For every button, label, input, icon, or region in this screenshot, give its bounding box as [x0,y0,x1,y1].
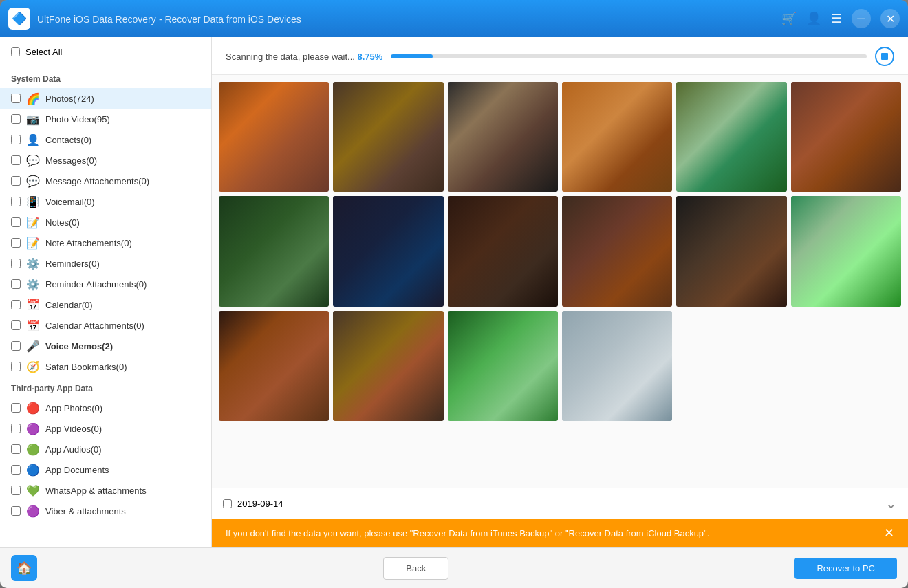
select-all-checkbox[interactable] [11,47,20,56]
reminder-attachments-checkbox[interactable] [11,279,21,289]
photo-item[interactable] [219,311,329,421]
sidebar-item-voicemail[interactable]: 📳 Voicemail(0) [0,191,211,212]
whatsapp-label: WhatsApp & attachments [45,486,200,496]
back-button[interactable]: Back [383,557,448,580]
sidebar-item-calendar[interactable]: 📅 Calendar(0) [0,294,211,315]
main-layout: Select All System Data 🌈 Photos(724) 📷 P… [0,37,908,547]
cart-icon[interactable]: 🛒 [781,11,797,26]
viber-checkbox[interactable] [11,506,21,516]
sidebar-item-message-attachements[interactable]: 💬 Message Attachements(0) [0,171,211,191]
notification-banner: If you don't find the data you want, ple… [212,519,908,547]
photo-item[interactable] [333,196,443,306]
photo-item[interactable] [219,82,329,192]
sidebar-item-notes[interactable]: 📝 Notes(0) [0,212,211,232]
sidebar-item-reminders[interactable]: ⚙️ Reminders(0) [0,253,211,274]
footer: 🏠 Back Recover to PC [0,547,908,588]
message-attachements-checkbox[interactable] [11,176,21,186]
select-all-row[interactable]: Select All [0,37,211,67]
recover-button[interactable]: Recover to PC [794,558,897,579]
app-videos-checkbox[interactable] [11,424,21,433]
voicemail-checkbox[interactable] [11,197,21,206]
app-photos-checkbox[interactable] [11,403,21,413]
photo-item[interactable] [562,82,672,192]
safari-bookmarks-icon: 🧭 [26,360,40,373]
sidebar-item-photos[interactable]: 🌈 Photos(724) [0,88,211,109]
app-documents-checkbox[interactable] [11,465,21,475]
photo-item[interactable] [676,82,786,192]
contacts-checkbox[interactable] [11,135,21,144]
voice-memos-checkbox[interactable] [11,341,21,351]
progress-bar-fill [391,54,433,58]
calendar-attachments-icon: 📅 [26,318,40,332]
whatsapp-checkbox[interactable] [11,486,21,495]
sidebar-item-contacts[interactable]: 👤 Contacts(0) [0,129,211,150]
viber-label: Viber & attachments [45,506,200,516]
sidebar-item-app-videos[interactable]: 🟣 App Videos(0) [0,418,211,439]
note-attachements-label: Note Attachements(0) [45,238,200,248]
message-attachements-icon: 💬 [26,174,40,188]
note-attachements-icon: 📝 [26,236,40,250]
sidebar-item-note-attachements[interactable]: 📝 Note Attachements(0) [0,232,211,253]
scan-status-text: Scanning the data, please wait... 8.75% [226,52,382,62]
photo-video-checkbox[interactable] [11,114,21,124]
scan-stop-button[interactable] [875,47,894,66]
calendar-checkbox[interactable] [11,300,21,309]
reminders-icon: ⚙️ [26,257,40,270]
photo-item[interactable] [448,311,558,421]
sidebar-item-app-audios[interactable]: 🟢 App Audios(0) [0,439,211,459]
user-icon[interactable]: 👤 [806,11,821,26]
voice-memos-label: Voice Memos(2) [45,341,200,351]
menu-icon[interactable]: ☰ [831,11,842,26]
sidebar: Select All System Data 🌈 Photos(724) 📷 P… [0,37,212,547]
photo-item[interactable] [448,82,558,192]
notes-checkbox[interactable] [11,217,21,227]
photo-item[interactable] [562,311,672,421]
photo-item[interactable] [333,82,443,192]
sidebar-item-app-documents[interactable]: 🔵 App Documents [0,459,211,480]
notes-icon: 📝 [26,215,40,229]
photo-item[interactable] [333,311,443,421]
sidebar-item-calendar-attachments[interactable]: 📅 Calendar Attachments(0) [0,315,211,336]
photos-label: Photos(724) [45,94,200,104]
photos-checkbox[interactable] [11,94,21,103]
sidebar-item-whatsapp[interactable]: 💚 WhatsApp & attachments [0,480,211,501]
whatsapp-icon: 💚 [26,483,40,497]
calendar-attachments-label: Calendar Attachments(0) [45,320,200,331]
sidebar-item-viber[interactable]: 🟣 Viber & attachments [0,501,211,521]
sidebar-item-messages[interactable]: 💬 Messages(0) [0,150,211,171]
date-bar-left: 2019-09-14 [223,499,283,509]
photo-item[interactable] [219,196,329,306]
messages-checkbox[interactable] [11,155,21,165]
app-audios-checkbox[interactable] [11,444,21,454]
progress-bar-container [391,54,867,58]
notification-close-button[interactable]: ✕ [884,525,894,541]
date-checkbox[interactable] [223,499,232,508]
photo-item[interactable] [791,196,901,306]
photo-video-label: Photo Video(95) [45,114,200,124]
sidebar-item-app-photos[interactable]: 🔴 App Photos(0) [0,398,211,418]
app-videos-icon: 🟣 [26,422,40,435]
home-icon: 🏠 [17,560,32,576]
close-button[interactable]: ✕ [880,9,900,28]
minimize-button[interactable]: ─ [852,9,871,28]
reminders-checkbox[interactable] [11,259,21,268]
safari-bookmarks-checkbox[interactable] [11,362,21,371]
app-photos-label: App Photos(0) [45,403,200,413]
photo-item[interactable] [676,196,786,306]
sidebar-item-photo-video[interactable]: 📷 Photo Video(95) [0,109,211,129]
note-attachements-checkbox[interactable] [11,238,21,248]
sidebar-item-reminder-attachments[interactable]: ⚙️ Reminder Attachments(0) [0,274,211,294]
chevron-down-icon[interactable]: ⌄ [885,495,897,512]
date-bar: 2019-09-14 ⌄ [212,488,908,519]
home-button[interactable]: 🏠 [11,555,37,581]
calendar-attachments-checkbox[interactable] [11,320,21,330]
photo-item[interactable] [562,196,672,306]
photo-item[interactable] [791,82,901,192]
sidebar-item-safari-bookmarks[interactable]: 🧭 Safari Bookmarks(0) [0,356,211,377]
voice-memos-icon: 🎤 [26,339,40,353]
app-photos-icon: 🔴 [26,401,40,415]
window-controls: 🛒 👤 ☰ ─ ✕ [781,9,900,28]
sidebar-item-voice-memos[interactable]: 🎤 Voice Memos(2) [0,336,211,356]
scan-header: Scanning the data, please wait... 8.75% [212,37,908,75]
photo-item[interactable] [448,196,558,306]
